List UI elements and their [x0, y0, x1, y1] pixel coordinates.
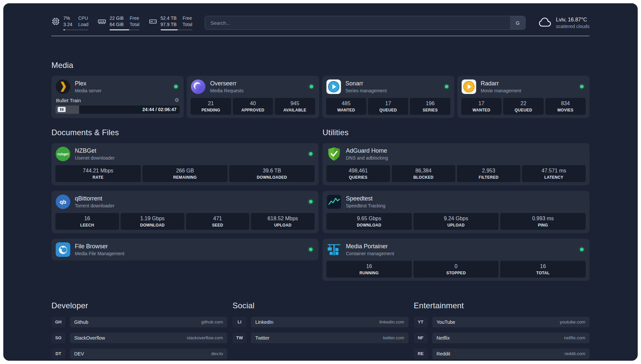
bookmark-link-github[interactable]: Github github.com [70, 317, 227, 327]
bookmark-link-netflix[interactable]: Netflix netflix.com [432, 333, 590, 343]
search-provider-button[interactable]: G [510, 16, 525, 29]
service-name: Plex [75, 80, 102, 87]
service-description: Media Requests [210, 88, 243, 93]
playback-time: 24:44 / 02:06:47 [142, 107, 177, 112]
bookmark-link-stackoverflow[interactable]: StackOverflow stackoverflow.com [70, 333, 227, 343]
stat-total: 16 TOTAL [500, 261, 586, 278]
svg-text:nzbget: nzbget [57, 152, 69, 156]
bookmark-abbr: YT [414, 317, 428, 327]
overseerr-icon [191, 79, 206, 94]
bookmark-group-entertainment: Entertainment YT YouTube youtube.com NF … [414, 301, 590, 361]
memory-total-value: 64 GiB [109, 21, 124, 28]
section-documents: Documents & Files nzbget NZBGet Usenet d… [51, 128, 319, 287]
disk-icon [149, 17, 157, 27]
service-name: Media Portainer [346, 243, 394, 250]
service-description: Movie management [481, 88, 521, 93]
pause-icon[interactable] [58, 107, 66, 112]
playback-progress-bar: 24:44 / 02:06:47 [55, 106, 180, 114]
section-title-utilities: Utilities [322, 128, 590, 137]
disk-total-value: 97.9 TB [161, 21, 177, 28]
bookmark-link-linkedin[interactable]: LinkedIn linkedin.com [251, 317, 408, 327]
service-card-filebrowser[interactable]: File Browser Media File Management [51, 239, 319, 260]
cpu-label: CPU [78, 15, 88, 21]
service-description: Media server [75, 88, 102, 93]
cloud-icon [538, 16, 552, 29]
section-title-developer: Developer [51, 301, 227, 310]
service-name: Overseerr [210, 80, 243, 87]
bookmark-netflix: NF Netflix netflix.com [414, 333, 590, 343]
memory-icon [98, 17, 106, 27]
status-dot [580, 85, 584, 88]
radarr-icon [461, 79, 476, 94]
bookmark-youtube: YT YouTube youtube.com [414, 317, 590, 327]
service-card-nzbget[interactable]: nzbget NZBGet Usenet downloader 744.21 M… [51, 143, 319, 185]
service-card-adguard[interactable]: AdGuard Home DNS and adblocking 498,461 … [322, 143, 590, 185]
sonarr-icon [326, 79, 341, 94]
stat-wanted: 485 WANTED [326, 98, 366, 115]
service-card-overseerr[interactable]: Overseerr Media Requests 21 PENDING 40 A… [187, 76, 319, 118]
bookmark-link-youtube[interactable]: YouTube youtube.com [432, 317, 590, 327]
service-card-sonarr[interactable]: Sonarr Series management 485 WANTED 17 Q… [322, 76, 454, 118]
status-dot [580, 248, 584, 251]
stat-queued: 22 QUEUED [503, 98, 543, 115]
plex-icon [55, 79, 71, 94]
service-name: AdGuard Home [346, 147, 388, 154]
weather-widget[interactable]: Lviv, 16.87°C scattered clouds [538, 16, 590, 29]
service-card-radarr[interactable]: Radarr Movie management 17 WANTED 22 QUE… [457, 76, 590, 118]
service-description: Container management [346, 251, 394, 256]
stat-rate: 744.21 Mbps RATE [55, 165, 141, 182]
service-name: NZBGet [75, 147, 115, 154]
bookmark-link-reddit[interactable]: Reddit reddit.com [432, 349, 590, 359]
stat-queued: 17 QUEUED [368, 98, 408, 115]
stat-stopped: 0 STOPPED [413, 261, 499, 278]
disk-free-label: Free [183, 15, 193, 21]
weather-location: Lviv, 16.87°C [556, 17, 590, 23]
section-utilities: Utilities [322, 128, 590, 287]
service-description: Torrent downloader [75, 203, 114, 208]
service-card-portainer[interactable]: Media Portainer Container management 16 … [322, 239, 590, 281]
section-media: Media Plex Media server [51, 61, 590, 118]
stat-download: 1.19 Gbps DOWNLOAD [121, 213, 184, 230]
now-playing-title: Bullet Train [56, 98, 81, 103]
service-description: Series management [346, 88, 387, 93]
disk-free-value: 52.4 TB [161, 15, 177, 21]
cpu-load-value: 3.24 [63, 21, 72, 28]
bookmark-abbr: TW [232, 333, 246, 343]
stat-movies: 834 MOVIES [545, 98, 586, 115]
bookmark-link-twitter[interactable]: Twitter twitter.com [251, 333, 408, 343]
stat-downloaded: 39.6 TB DOWNLOADED [229, 165, 315, 182]
stat-download: 9.65 Gbps DOWNLOAD [326, 213, 412, 230]
cpu-load-label: Load [78, 21, 88, 28]
status-dot [310, 85, 313, 88]
stat-remaining: 266 GB REMAINING [142, 165, 228, 182]
cpu-icon [51, 17, 60, 27]
status-dot [174, 85, 178, 88]
search-input[interactable] [205, 16, 510, 29]
bookmark-abbr: RE [414, 349, 428, 359]
gear-icon[interactable]: ⚙ [174, 98, 179, 103]
service-card-plex[interactable]: Plex Media server Bullet Train ⚙ [51, 76, 184, 118]
service-card-speedtest[interactable]: Speedtest Speedtest Tracking 9.65 Gbps D… [322, 191, 590, 233]
qbittorrent-icon: qb [55, 194, 71, 209]
bookmark-abbr: DT [51, 349, 65, 359]
status-dot [309, 200, 313, 203]
memory-usage-bar [109, 29, 139, 31]
stat-approved: 40 APPROVED [233, 98, 273, 115]
service-description: Usenet downloader [75, 155, 115, 161]
speedtest-icon [326, 194, 342, 209]
memory-resource: 22 GiB 64 GiB Free Total [98, 15, 139, 30]
service-card-qbittorrent[interactable]: qb qBittorrent Torrent downloader 16 [51, 191, 319, 233]
stat-leech: 16 LEECH [55, 213, 119, 230]
plex-now-playing: Bullet Train ⚙ 24:44 / 02:06:47 [55, 97, 180, 114]
nzbget-icon: nzbget [55, 146, 71, 162]
service-name: Radarr [481, 80, 521, 87]
bookmark-github: GH Github github.com [51, 317, 227, 327]
service-name: qBittorrent [75, 195, 114, 202]
bookmark-link-dev[interactable]: DEV dev.to [70, 349, 227, 359]
service-description: Media File Management [75, 251, 124, 256]
stat-ping: 0.993 ms PING [500, 213, 586, 230]
section-title-entertainment: Entertainment [414, 301, 590, 310]
service-name: File Browser [75, 243, 124, 250]
bookmark-abbr: NF [414, 333, 428, 343]
stat-upload: 618.52 Mbps UPLOAD [251, 213, 315, 230]
